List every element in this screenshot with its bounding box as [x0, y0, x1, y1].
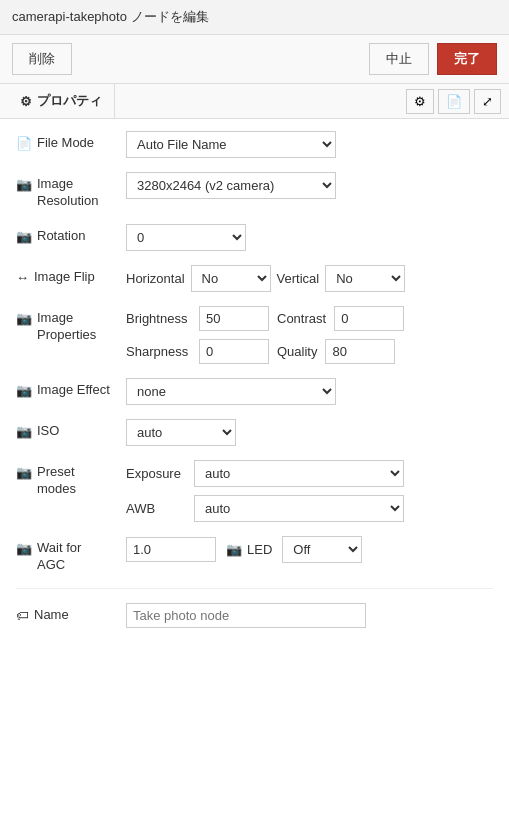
image-effect-select[interactable]: none negative solarise sketch denoise em…: [126, 378, 336, 405]
brightness-row: Brightness Contrast: [126, 306, 493, 331]
preset-modes-icon: 📷: [16, 465, 32, 482]
image-properties-row: 📷 ImageProperties Brightness Contrast Sh…: [16, 306, 493, 364]
vertical-label: Vertical: [277, 271, 320, 286]
iso-label: 📷 ISO: [16, 419, 126, 441]
iso-select[interactable]: auto 100 200 400 800: [126, 419, 236, 446]
wait-agc-input[interactable]: [126, 537, 216, 562]
form-body: 📄 File Mode Auto File Name Manual Buffer…: [0, 119, 509, 640]
image-resolution-row: 📷 ImageResolution 3280x2464 (v2 camera) …: [16, 172, 493, 210]
rotation-label: 📷 Rotation: [16, 224, 126, 246]
image-flip-field: Horizontal No Yes Vertical No Yes: [126, 265, 493, 292]
iso-field: auto 100 200 400 800: [126, 419, 493, 446]
title-bar: camerapi-takephoto ノードを編集: [0, 0, 509, 35]
preset-modes-fields: Exposure auto night nightpreview backlig…: [126, 460, 493, 522]
brightness-input[interactable]: [199, 306, 269, 331]
done-button[interactable]: 完了: [437, 43, 497, 75]
gear-tab-icon: ⚙: [20, 94, 32, 109]
image-resolution-label: 📷 ImageResolution: [16, 172, 126, 210]
led-label: LED: [247, 542, 272, 557]
awb-row: AWB auto sun cloud shade tungsten fluore…: [126, 495, 493, 522]
image-effect-row: 📷 Image Effect none negative solarise sk…: [16, 378, 493, 405]
preset-modes-label: 📷 Presetmodes: [16, 460, 126, 498]
awb-label: AWB: [126, 501, 186, 516]
image-flip-label: ↔ Image Flip: [16, 265, 126, 287]
wait-agc-icon: 📷: [16, 541, 32, 558]
sharpness-row: Sharpness Quality: [126, 339, 493, 364]
cancel-button[interactable]: 中止: [369, 43, 429, 75]
wait-agc-row: 📷 Wait forAGC 📷 LED Off On: [16, 536, 493, 574]
tabs-bar: ⚙ プロパティ ⚙ 📄 ⤢: [0, 84, 509, 119]
tab-expand-button[interactable]: ⤢: [474, 89, 501, 114]
contrast-label: Contrast: [277, 311, 326, 326]
rotation-field: 0 90 180 270: [126, 224, 493, 251]
led-select[interactable]: Off On: [282, 536, 362, 563]
quality-input[interactable]: [325, 339, 395, 364]
exposure-row: Exposure auto night nightpreview backlig…: [126, 460, 493, 487]
image-resolution-select[interactable]: 3280x2464 (v2 camera) 1920x1080 1280x720…: [126, 172, 336, 199]
rotation-icon: 📷: [16, 229, 32, 246]
name-label: 🏷 Name: [16, 603, 126, 625]
wait-agc-label: 📷 Wait forAGC: [16, 536, 126, 574]
exposure-select[interactable]: auto night nightpreview backlight spotli…: [194, 460, 404, 487]
rotation-select[interactable]: 0 90 180 270: [126, 224, 246, 251]
iso-icon: 📷: [16, 424, 32, 441]
delete-button[interactable]: 削除: [12, 43, 72, 75]
image-resolution-field: 3280x2464 (v2 camera) 1920x1080 1280x720…: [126, 172, 493, 199]
file-mode-select[interactable]: Auto File Name Manual Buffer: [126, 131, 336, 158]
properties-tab-label: プロパティ: [37, 92, 102, 110]
image-properties-label: 📷 ImageProperties: [16, 306, 126, 344]
file-mode-label: 📄 File Mode: [16, 131, 126, 153]
name-row: 🏷 Name: [16, 603, 493, 628]
divider: [16, 588, 493, 589]
sharpness-label: Sharpness: [126, 344, 191, 359]
awb-select[interactable]: auto sun cloud shade tungsten fluorescen…: [194, 495, 404, 522]
horizontal-flip-select[interactable]: No Yes: [191, 265, 271, 292]
title-text: camerapi-takephoto ノードを編集: [12, 9, 209, 24]
led-icon: 📷: [226, 542, 242, 557]
brightness-label: Brightness: [126, 311, 191, 326]
horizontal-label: Horizontal: [126, 271, 185, 286]
image-properties-icon: 📷: [16, 311, 32, 328]
name-icon: 🏷: [16, 608, 29, 625]
tab-action-icons: ⚙ 📄 ⤢: [406, 89, 501, 114]
file-mode-field: Auto File Name Manual Buffer: [126, 131, 493, 158]
file-mode-row: 📄 File Mode Auto File Name Manual Buffer: [16, 131, 493, 158]
exposure-label: Exposure: [126, 466, 186, 481]
image-effect-label: 📷 Image Effect: [16, 378, 126, 400]
sharpness-input[interactable]: [199, 339, 269, 364]
image-flip-icon: ↔: [16, 270, 29, 287]
toolbar: 削除 中止 完了: [0, 35, 509, 84]
properties-tab[interactable]: ⚙ プロパティ: [8, 84, 115, 118]
image-resolution-icon: 📷: [16, 177, 32, 194]
tab-gear-button[interactable]: ⚙: [406, 89, 434, 114]
quality-label: Quality: [277, 344, 317, 359]
image-effect-field: none negative solarise sketch denoise em…: [126, 378, 493, 405]
vertical-flip-select[interactable]: No Yes: [325, 265, 405, 292]
contrast-input[interactable]: [334, 306, 404, 331]
image-properties-fields: Brightness Contrast Sharpness Quality: [126, 306, 493, 364]
tab-doc-button[interactable]: 📄: [438, 89, 470, 114]
file-mode-icon: 📄: [16, 136, 32, 153]
rotation-row: 📷 Rotation 0 90 180 270: [16, 224, 493, 251]
name-field: [126, 603, 493, 628]
name-input[interactable]: [126, 603, 366, 628]
image-flip-row: ↔ Image Flip Horizontal No Yes Vertical …: [16, 265, 493, 292]
image-effect-icon: 📷: [16, 383, 32, 400]
preset-modes-row: 📷 Presetmodes Exposure auto night nightp…: [16, 460, 493, 522]
toolbar-right: 中止 完了: [369, 43, 497, 75]
iso-row: 📷 ISO auto 100 200 400 800: [16, 419, 493, 446]
wait-agc-field: 📷 LED Off On: [126, 536, 493, 563]
